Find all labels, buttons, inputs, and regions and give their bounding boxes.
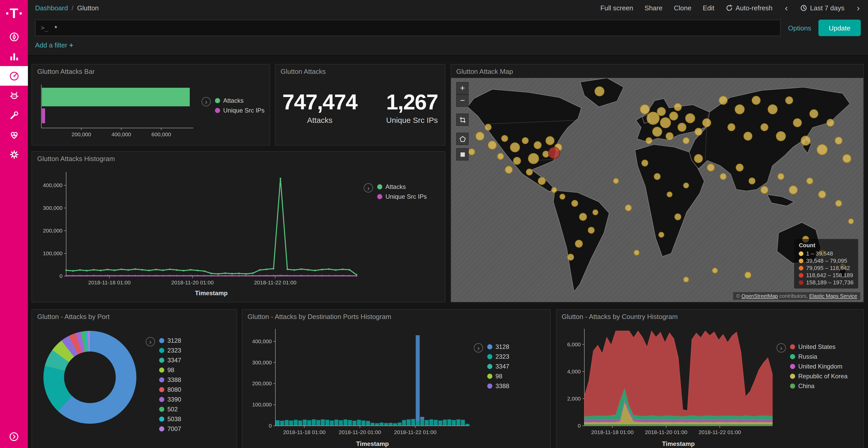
attack-marker[interactable]: [810, 110, 818, 118]
attack-marker[interactable]: [674, 103, 681, 111]
legend-item[interactable]: 7007: [159, 425, 181, 433]
attack-marker[interactable]: [642, 160, 648, 166]
attack-marker[interactable]: [543, 151, 549, 157]
legend-item[interactable]: 3347: [487, 363, 509, 370]
legend-item[interactable]: 158,189 – 197,736: [799, 279, 854, 285]
attack-marker[interactable]: [749, 178, 755, 184]
attack-marker[interactable]: [712, 268, 717, 273]
legend-item[interactable]: 3128: [487, 343, 509, 350]
legend-item[interactable]: 39,548 – 79,095: [799, 257, 854, 264]
attack-marker[interactable]: [575, 240, 583, 247]
attack-marker[interactable]: [526, 169, 532, 175]
sidebar-item-dev-tools[interactable]: [0, 105, 28, 125]
attack-marker[interactable]: [476, 132, 484, 140]
draw-rectangle-button[interactable]: [456, 148, 469, 161]
legend-item[interactable]: Attacks: [377, 183, 427, 191]
legend-item[interactable]: 3128: [159, 337, 181, 344]
attack-marker[interactable]: [848, 219, 854, 224]
legend-item[interactable]: 118,642 – 158,189: [799, 272, 854, 278]
add-filter-button[interactable]: Add a filter+: [35, 41, 73, 49]
attack-marker[interactable]: [694, 154, 703, 163]
attack-marker[interactable]: [647, 112, 659, 125]
attack-marker[interactable]: [657, 107, 665, 115]
legend-item[interactable]: 79,095 – 118,642: [799, 265, 854, 271]
attack-marker[interactable]: [703, 119, 711, 127]
sidebar-item-dashboard[interactable]: [0, 66, 28, 86]
legend-toggle[interactable]: ›: [777, 343, 786, 352]
attack-marker[interactable]: [510, 143, 520, 152]
share-button[interactable]: Share: [645, 4, 662, 12]
attack-marker[interactable]: [513, 157, 521, 164]
legend-item[interactable]: 1 – 39,548: [799, 250, 854, 256]
attack-marker[interactable]: [485, 124, 491, 130]
legend-item[interactable]: Unique Src IPs: [215, 107, 265, 114]
legend-item[interactable]: 8080: [159, 386, 181, 393]
attack-marker[interactable]: [817, 144, 827, 155]
attack-marker[interactable]: [835, 200, 842, 206]
attack-marker[interactable]: [707, 164, 714, 171]
zoom-out-button[interactable]: −: [456, 95, 469, 107]
attack-marker-high[interactable]: [549, 147, 560, 159]
fit-bounds-button[interactable]: [456, 113, 469, 126]
attack-marker[interactable]: [827, 119, 834, 127]
legend-item[interactable]: 3390: [159, 396, 181, 403]
attack-marker[interactable]: [660, 118, 671, 128]
legend-item[interactable]: China: [790, 382, 847, 390]
attack-marker[interactable]: [625, 205, 631, 211]
legend-toggle[interactable]: ›: [146, 337, 155, 346]
attack-marker[interactable]: [761, 124, 768, 131]
attack-marker[interactable]: [720, 173, 726, 180]
attack-marker[interactable]: [567, 254, 574, 260]
legend-item[interactable]: Russia: [790, 353, 847, 360]
attack-marker[interactable]: [659, 232, 664, 237]
time-forward-button[interactable]: ›: [856, 3, 861, 12]
legend-item[interactable]: Attacks: [215, 97, 265, 104]
attack-marker[interactable]: [807, 178, 813, 184]
attack-marker[interactable]: [666, 133, 673, 140]
attack-marker[interactable]: [675, 214, 681, 220]
legend-item[interactable]: Republic of Korea: [790, 373, 847, 380]
attack-marker[interactable]: [744, 132, 752, 140]
time-picker-button[interactable]: Last 7 days: [800, 4, 844, 12]
attack-marker[interactable]: [469, 149, 475, 155]
attack-marker[interactable]: [835, 137, 842, 144]
clone-button[interactable]: Clone: [674, 4, 691, 12]
attack-marker[interactable]: [735, 105, 744, 114]
attack-marker[interactable]: [752, 96, 760, 105]
openstreetmap-link[interactable]: OpenStreetMap: [741, 293, 778, 299]
sidebar-item-visualize[interactable]: [0, 46, 28, 66]
legend-toggle[interactable]: ›: [202, 97, 211, 106]
attack-marker[interactable]: [684, 277, 689, 282]
attack-marker[interactable]: [528, 153, 538, 164]
attack-marker[interactable]: [686, 113, 695, 123]
attack-marker[interactable]: [678, 123, 686, 131]
legend-item[interactable]: 98: [487, 373, 509, 380]
attack-marker[interactable]: [719, 96, 727, 105]
query-input[interactable]: >_ *: [35, 20, 781, 36]
legend-item[interactable]: 502: [159, 406, 181, 413]
attack-marker[interactable]: [818, 191, 826, 198]
attack-marker[interactable]: [613, 178, 618, 183]
attack-marker[interactable]: [588, 227, 594, 233]
attack-marker[interactable]: [736, 164, 743, 171]
legend-item[interactable]: 3388: [159, 376, 181, 383]
attack-marker[interactable]: [546, 137, 554, 145]
sidebar-item-discover[interactable]: [0, 27, 28, 46]
sidebar-collapse-button[interactable]: [0, 425, 28, 448]
legend-item[interactable]: 3388: [487, 382, 509, 390]
attack-marker[interactable]: [501, 135, 507, 141]
attack-marker[interactable]: [768, 105, 777, 114]
legend-item[interactable]: 98: [159, 367, 181, 374]
attack-marker[interactable]: [695, 128, 702, 135]
attack-marker[interactable]: [776, 132, 785, 141]
attack-marker[interactable]: [534, 141, 541, 149]
legend-item[interactable]: Unique Src IPs: [377, 193, 427, 200]
attack-marker[interactable]: [801, 136, 810, 145]
attack-marker[interactable]: [552, 187, 557, 193]
query-options-link[interactable]: Options: [788, 24, 811, 32]
legend-item[interactable]: 5038: [159, 415, 181, 423]
attack-marker[interactable]: [522, 138, 528, 144]
elastic-maps-link[interactable]: Elastic Maps Service: [809, 293, 857, 299]
attack-marker[interactable]: [654, 173, 660, 180]
legend-item[interactable]: 3347: [159, 357, 181, 364]
